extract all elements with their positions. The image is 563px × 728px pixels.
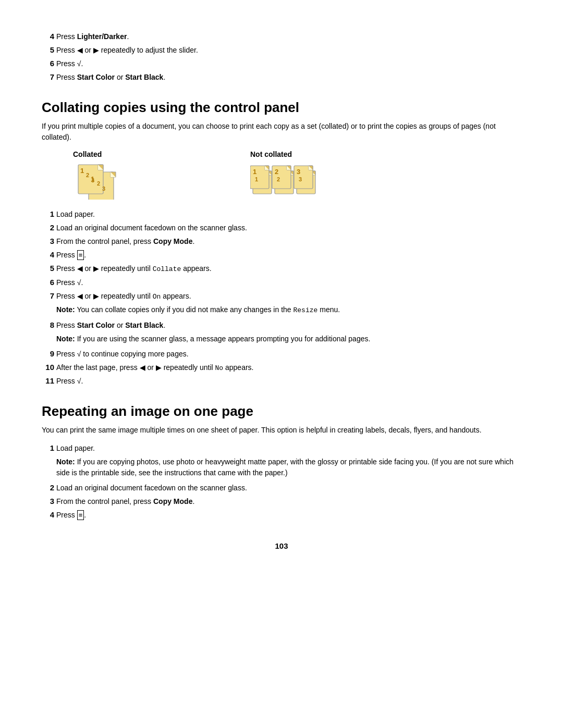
collate-step-4: 4 Press ≡. <box>42 250 521 261</box>
section-collating-intro: If you print multiple copies of a docume… <box>42 121 521 143</box>
svg-text:3: 3 <box>299 176 302 182</box>
check-icon: √ <box>77 278 81 287</box>
collate-step-2: 2 Load an original document facedown on … <box>42 223 521 233</box>
svg-text:2: 2 <box>277 176 280 182</box>
step-4: 4 Press Lighter/Darker. <box>42 31 521 42</box>
step-content: Load paper. <box>56 443 521 454</box>
on-mono: On <box>153 293 161 301</box>
svg-text:1: 1 <box>255 176 258 182</box>
step-content: Press ≡. <box>56 250 521 261</box>
collated-group: Collated 1 2 3 1 2 3 <box>73 150 136 200</box>
not-collated-icon: 1 1 2 2 3 3 <box>250 161 318 200</box>
step-5: 5 Press ◀ or ▶ repeatedly to adjust the … <box>42 45 521 56</box>
menu-icon: ≡ <box>77 510 84 520</box>
arrow-right-icon: ▶ <box>156 363 162 372</box>
initial-steps-block: 4 Press Lighter/Darker. 5 Press ◀ or ▶ r… <box>42 31 521 83</box>
step-content: Press √ to continue copying more pages. <box>56 349 521 360</box>
start-black-label: Start Black <box>125 73 163 81</box>
repeat-note-1: Note: If you are copying photos, use pho… <box>56 456 521 478</box>
svg-text:3: 3 <box>297 168 300 176</box>
step-content: After the last page, press ◀ or ▶ repeat… <box>56 362 521 374</box>
step-number: 10 <box>42 363 54 372</box>
step-content: Press √. <box>56 277 521 288</box>
collating-steps-1: 1 Load paper. 2 Load an original documen… <box>42 209 521 302</box>
step-content: Press Start Color or Start Black. <box>56 320 521 331</box>
check-icon: √ <box>77 59 81 68</box>
step-number: 1 <box>42 209 54 218</box>
collate-step-3: 3 From the control panel, press Copy Mod… <box>42 236 521 247</box>
page-footer: 103 <box>42 541 521 550</box>
step-number: 3 <box>42 497 54 505</box>
svg-text:1: 1 <box>253 168 256 176</box>
resize-mono: Resize <box>293 306 318 314</box>
start-color-label: Start Color <box>77 321 115 329</box>
step-number: 2 <box>42 483 54 492</box>
copy-mode-label: Copy Mode <box>153 497 192 505</box>
collate-step-1: 1 Load paper. <box>42 209 521 220</box>
step-number: 4 <box>42 32 54 41</box>
collated-label: Collated <box>73 150 102 158</box>
step-number: 7 <box>42 72 54 81</box>
arrow-right-icon: ▶ <box>93 264 99 273</box>
svg-text:1: 1 <box>91 175 94 183</box>
svg-text:2: 2 <box>86 172 89 178</box>
not-collated-group: Not collated 1 1 2 2 <box>250 150 318 200</box>
not-collated-label: Not collated <box>250 150 292 158</box>
collate-step-10: 10 After the last page, press ◀ or ▶ rep… <box>42 362 521 374</box>
collate-step-5: 5 Press ◀ or ▶ repeatedly until Collate … <box>42 263 521 275</box>
collating-steps-2: 8 Press Start Color or Start Black. <box>42 320 521 331</box>
step-content: Load paper. <box>56 209 521 220</box>
start-black-label: Start Black <box>125 321 163 329</box>
step-content: Press ≡. <box>56 510 521 521</box>
step-number: 3 <box>42 237 54 245</box>
start-color-label: Start Color <box>77 73 115 81</box>
repeating-steps: 1 Load paper. <box>42 443 521 454</box>
check-icon: √ <box>77 377 81 385</box>
step-content: Press ◀ or ▶ repeatedly until Collate ap… <box>56 263 521 275</box>
collate-note-2: Note: If you are using the scanner glass… <box>56 334 521 344</box>
step-6: 6 Press √. <box>42 58 521 69</box>
svg-text:2: 2 <box>275 168 278 176</box>
step-number: 1 <box>42 443 54 452</box>
step-content: Press √. <box>56 58 521 69</box>
arrow-right-icon: ▶ <box>93 292 99 300</box>
step-content: Load an original document facedown on th… <box>56 483 521 493</box>
step-content: From the control panel, press Copy Mode. <box>56 496 521 507</box>
step-number: 5 <box>42 264 54 273</box>
step-number: 2 <box>42 223 54 232</box>
step-content: Press ◀ or ▶ repeatedly until On appears… <box>56 291 521 302</box>
step-content: Load an original document facedown on th… <box>56 223 521 233</box>
collate-step-7: 7 Press ◀ or ▶ repeatedly until On appea… <box>42 291 521 302</box>
page-number: 103 <box>275 541 288 550</box>
collate-step-6: 6 Press √. <box>42 277 521 288</box>
collate-step-8: 8 Press Start Color or Start Black. <box>42 320 521 331</box>
repeating-steps-2: 2 Load an original document facedown on … <box>42 483 521 521</box>
collate-step-11: 11 Press √. <box>42 376 521 387</box>
section-collating: Collating copies using the control panel… <box>42 100 521 387</box>
step-content: Press √. <box>56 376 521 387</box>
collate-step-9: 9 Press √ to continue copying more pages… <box>42 349 521 360</box>
no-mono: No <box>215 364 224 372</box>
step-content: Press Lighter/Darker. <box>56 31 521 42</box>
step-number: 4 <box>42 250 54 259</box>
collate-note-1: Note: You can collate copies only if you… <box>56 304 521 316</box>
step-7: 7 Press Start Color or Start Black. <box>42 72 521 83</box>
copy-mode-label: Copy Mode <box>153 237 192 245</box>
step-number: 11 <box>42 376 54 385</box>
arrow-right-icon: ▶ <box>93 46 99 54</box>
step-number: 7 <box>42 291 54 300</box>
repeat-step-2: 2 Load an original document facedown on … <box>42 483 521 493</box>
step-number: 4 <box>42 510 54 519</box>
collating-steps-3: 9 Press √ to continue copying more pages… <box>42 349 521 387</box>
section-repeating-title: Repeating an image on one page <box>42 403 521 419</box>
arrow-left-icon: ◀ <box>77 292 83 300</box>
repeat-step-4: 4 Press ≡. <box>42 510 521 521</box>
section-collating-title: Collating copies using the control panel <box>42 100 521 116</box>
menu-icon: ≡ <box>77 250 84 260</box>
step-number: 6 <box>42 278 54 287</box>
arrow-left-icon: ◀ <box>77 264 83 273</box>
svg-text:2: 2 <box>97 180 100 187</box>
arrow-left-icon: ◀ <box>140 363 145 372</box>
arrow-left-icon: ◀ <box>77 46 83 54</box>
repeat-step-1: 1 Load paper. <box>42 443 521 454</box>
